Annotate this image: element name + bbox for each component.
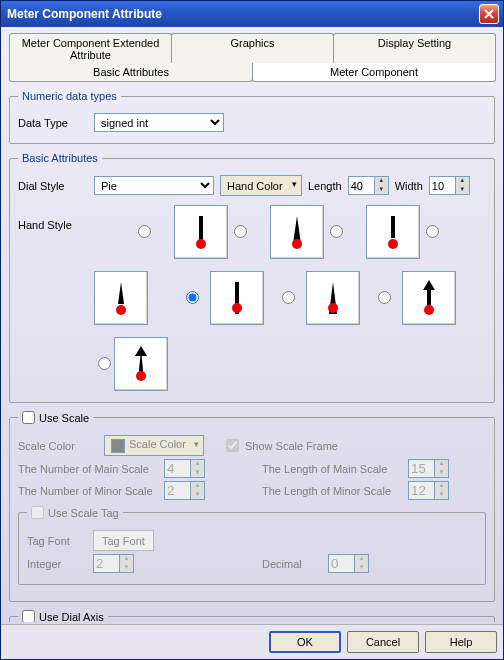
handstyle-label: Hand Style [18, 199, 88, 231]
svg-point-3 [292, 239, 302, 249]
svg-point-17 [136, 371, 146, 381]
hand-icon-4 [217, 278, 257, 318]
group-use-scale-tag: Use Scale Tag Tag Font Tag Font Integer … [18, 506, 486, 585]
tagfont-button[interactable]: Tag Font [93, 530, 154, 551]
title-text: Meter Component Attribute [7, 7, 479, 21]
help-button[interactable]: Help [425, 631, 497, 653]
handstyle-option-4[interactable] [210, 271, 264, 325]
group-numeric-legend: Numeric data types [18, 90, 121, 102]
decimal-label: Decimal [262, 558, 322, 570]
use-scale-tag-checkbox[interactable] [31, 506, 44, 519]
cancel-button[interactable]: Cancel [347, 631, 419, 653]
svg-marker-13 [423, 280, 435, 290]
minor-scale-len-spinner[interactable]: ▲▼ [408, 481, 449, 500]
handstyle-radio-5[interactable] [282, 291, 295, 304]
show-scale-frame-checkbox[interactable] [226, 439, 239, 452]
handstyle-radio-6[interactable] [378, 291, 391, 304]
handstyle-radio-0[interactable] [138, 225, 151, 238]
handstyle-option-7[interactable] [114, 337, 168, 391]
group-basic-legend: Basic Attributes [18, 152, 102, 164]
main-scale-num-spinner[interactable]: ▲▼ [164, 459, 205, 478]
svg-point-14 [424, 305, 434, 315]
svg-point-5 [388, 239, 398, 249]
tagfont-label: Tag Font [27, 535, 87, 547]
group-basic-attributes: Basic Attributes Dial Style Pie Hand Col… [9, 152, 495, 403]
use-scale-checkbox[interactable] [22, 411, 35, 424]
tab-basic-attributes[interactable]: Basic Attributes [9, 63, 253, 82]
minor-scale-len-label: The Length of Minor Scale [262, 485, 402, 497]
handstyle-grid [94, 205, 462, 391]
integer-label: Integer [27, 558, 87, 570]
svg-point-7 [116, 305, 126, 315]
dialog-window: Meter Component Attribute Meter Componen… [0, 0, 504, 660]
button-bar: OK Cancel Help [1, 624, 503, 659]
handstyle-radio-1[interactable] [234, 225, 247, 238]
scalecolor-swatch [111, 439, 125, 453]
main-scale-num-label: The Number of Main Scale [18, 463, 158, 475]
dialstyle-select[interactable]: Pie [94, 176, 214, 195]
handstyle-radio-4[interactable] [186, 291, 199, 304]
group-use-scale: Use Scale Scale Color Scale Color Show S… [9, 411, 495, 602]
width-label: Width [395, 180, 423, 192]
close-button[interactable] [479, 4, 499, 24]
svg-point-9 [232, 303, 242, 313]
integer-spinner[interactable]: ▲▼ [93, 554, 134, 573]
content-area: Meter Component Extended Attribute Graph… [1, 27, 503, 624]
use-scale-tag-legend: Use Scale Tag [27, 506, 123, 519]
tab-display-setting[interactable]: Display Setting [333, 33, 496, 64]
use-dial-axis-legend: Use Dial Axis [18, 610, 108, 622]
hand-icon-3 [101, 278, 141, 318]
ok-button[interactable]: OK [269, 631, 341, 653]
datatype-select[interactable]: signed int [94, 113, 224, 132]
width-spinner[interactable]: ▲▼ [429, 176, 470, 195]
length-spinner[interactable]: ▲▼ [348, 176, 389, 195]
svg-point-1 [196, 239, 206, 249]
handcolor-button[interactable]: Hand Color [220, 175, 302, 196]
handstyle-option-6[interactable] [402, 271, 456, 325]
hand-icon-6 [409, 278, 449, 318]
handstyle-option-5[interactable] [306, 271, 360, 325]
datatype-label: Data Type [18, 117, 88, 129]
scalecolor-button[interactable]: Scale Color [104, 435, 204, 456]
group-use-dial-axis: Use Dial Axis Axis Width ▲▼ Axis Color A… [9, 610, 495, 622]
dialstyle-label: Dial Style [18, 180, 88, 192]
show-scale-frame-label: Show Scale Frame [245, 440, 338, 452]
hand-icon-7 [121, 344, 161, 384]
length-label: Length [308, 180, 342, 192]
tab-row-1: Meter Component Extended Attribute Graph… [9, 33, 495, 64]
tab-graphics[interactable]: Graphics [171, 33, 334, 64]
group-numeric-types: Numeric data types Data Type signed int [9, 90, 495, 144]
handstyle-option-3[interactable] [94, 271, 148, 325]
close-icon [482, 7, 496, 21]
svg-marker-6 [118, 282, 124, 304]
handstyle-radio-7[interactable] [98, 357, 111, 370]
hand-icon-5 [313, 278, 353, 318]
main-scale-len-label: The Length of Main Scale [262, 463, 402, 475]
minor-scale-num-spinner[interactable]: ▲▼ [164, 481, 205, 500]
svg-point-11 [328, 303, 338, 313]
svg-marker-16 [135, 346, 147, 356]
main-scale-len-spinner[interactable]: ▲▼ [408, 459, 449, 478]
use-dial-axis-checkbox[interactable] [22, 610, 35, 622]
titlebar: Meter Component Attribute [1, 1, 503, 27]
use-scale-legend: Use Scale [18, 411, 93, 424]
decimal-spinner[interactable]: ▲▼ [328, 554, 369, 573]
handstyle-radio-3[interactable] [426, 225, 439, 238]
tab-meter-component[interactable]: Meter Component [252, 63, 496, 82]
handstyle-radio-2[interactable] [330, 225, 343, 238]
tab-extended-attr[interactable]: Meter Component Extended Attribute [9, 33, 172, 64]
tab-row-2: Basic Attributes Meter Component [9, 63, 495, 82]
minor-scale-num-label: The Number of Minor Scale [18, 485, 158, 497]
scalecolor-label: Scale Color [18, 440, 98, 452]
